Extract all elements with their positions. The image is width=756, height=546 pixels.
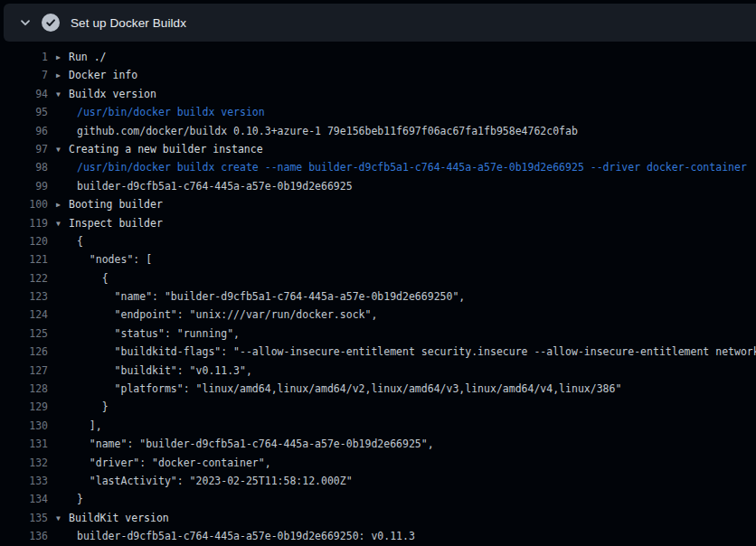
line-text: "buildkitd-flags": "--allow-insecure-ent…	[77, 343, 756, 361]
log-line: 121 "nodes": [	[0, 250, 756, 268]
log-line: 122 {	[0, 269, 756, 287]
log-line: 133 "lastActivity": "2023-02-25T11:58:12…	[0, 472, 756, 490]
line-text[interactable]: Docker info	[69, 66, 137, 84]
line-number[interactable]: 132	[0, 454, 48, 472]
line-number[interactable]: 129	[0, 398, 48, 416]
log-line: 129 }	[0, 398, 756, 416]
line-text: github.com/docker/buildx 0.10.3+azure-1 …	[77, 122, 578, 140]
group-toggle-icon[interactable]: ▼	[56, 141, 69, 159]
log-line: 135 ▼ BuildKit version	[0, 509, 756, 527]
line-text: "endpoint": "unix:///var/run/docker.sock…	[77, 306, 377, 324]
line-number[interactable]: 124	[0, 306, 48, 324]
log-line: 130 ],	[0, 417, 756, 435]
log-line: 97 ▼ Creating a new builder instance	[0, 140, 756, 158]
log-area: 1 ▶ Run ./ 7 ▶ Docker info 94 ▼ Buildx v…	[0, 42, 756, 546]
line-number[interactable]: 134	[0, 490, 48, 508]
line-text: "name": "builder-d9cfb5a1-c764-445a-a57e…	[77, 287, 465, 306]
log-line: 120 {	[0, 232, 756, 250]
line-text: }	[77, 490, 83, 508]
line-number[interactable]: 135	[0, 509, 48, 527]
line-text[interactable]: Booting builder	[69, 195, 163, 213]
log-line: 125 "status": "running",	[0, 325, 756, 343]
line-number[interactable]: 100	[0, 195, 48, 213]
log-line: 96 github.com/docker/buildx 0.10.3+azure…	[0, 122, 756, 140]
log-line: 124 "endpoint": "unix:///var/run/docker.…	[0, 306, 756, 324]
log-line: 136 builder-d9cfb5a1-c764-445a-a57e-0b19…	[0, 527, 756, 545]
line-text: "lastActivity": "2023-02-25T11:58:12.000…	[77, 472, 353, 490]
line-text: builder-d9cfb5a1-c764-445a-a57e-0b19d2e6…	[77, 527, 415, 545]
log-line: 7 ▶ Docker info	[0, 66, 756, 84]
log-line: 132 "driver": "docker-container",	[0, 454, 756, 472]
group-toggle-icon[interactable]: ▶	[56, 67, 69, 85]
line-number[interactable]: 123	[0, 287, 48, 306]
line-text: "platforms": "linux/amd64,linux/amd64/v2…	[77, 380, 621, 398]
group-toggle-icon[interactable]: ▼	[56, 510, 69, 528]
group-toggle-icon[interactable]: ▶	[56, 196, 69, 214]
line-text: {	[77, 232, 83, 250]
group-toggle-icon[interactable]: ▼	[56, 86, 69, 104]
step-title[interactable]: Set up Docker Buildx	[71, 16, 186, 30]
log-line: 99 builder-d9cfb5a1-c764-445a-a57e-0b19d…	[0, 177, 756, 195]
line-number[interactable]: 7	[0, 66, 48, 84]
line-text[interactable]: BuildKit version	[69, 509, 169, 527]
log-line: 134 }	[0, 490, 756, 508]
line-number[interactable]: 127	[0, 362, 48, 380]
log-line: 127 "buildkit": "v0.11.3",	[0, 362, 756, 380]
log-line: 98 /usr/bin/docker buildx create --name …	[0, 158, 756, 176]
log-lines: 1 ▶ Run ./ 7 ▶ Docker info 94 ▼ Buildx v…	[0, 48, 756, 546]
line-text: /usr/bin/docker buildx version	[77, 103, 265, 121]
log-line: 95 /usr/bin/docker buildx version	[0, 103, 756, 121]
line-text: "buildkit": "v0.11.3",	[77, 362, 252, 380]
line-number[interactable]: 126	[0, 343, 48, 361]
log-line: 131 "name": "builder-d9cfb5a1-c764-445a-…	[0, 435, 756, 453]
line-text[interactable]: Inspect builder	[69, 214, 163, 232]
line-number[interactable]: 131	[0, 435, 48, 453]
line-number[interactable]: 130	[0, 417, 48, 435]
line-number[interactable]: 95	[0, 103, 48, 121]
line-number[interactable]: 98	[0, 158, 48, 176]
step-header[interactable]: Set up Docker Buildx	[4, 4, 756, 42]
line-text[interactable]: Run ./	[69, 48, 107, 66]
line-number[interactable]: 97	[0, 140, 48, 158]
group-toggle-icon[interactable]: ▶	[56, 49, 69, 67]
line-text: "nodes": [	[77, 250, 152, 268]
line-text: "driver": "docker-container",	[77, 454, 271, 472]
line-text: "status": "running",	[77, 325, 240, 343]
line-number[interactable]: 136	[0, 527, 48, 545]
line-number[interactable]: 121	[0, 250, 48, 268]
line-number[interactable]: 1	[0, 48, 48, 66]
line-text: }	[77, 398, 109, 416]
line-text: {	[77, 269, 109, 287]
log-line: 128 "platforms": "linux/amd64,linux/amd6…	[0, 380, 756, 398]
line-number[interactable]: 119	[0, 214, 48, 232]
line-text: /usr/bin/docker buildx create --name bui…	[77, 158, 747, 176]
line-text: "name": "builder-d9cfb5a1-c764-445a-a57e…	[77, 435, 434, 453]
line-number[interactable]: 133	[0, 472, 48, 490]
log-line: 1 ▶ Run ./	[0, 48, 756, 66]
line-text[interactable]: Buildx version	[69, 85, 156, 103]
line-number[interactable]: 94	[0, 85, 48, 103]
check-circle-icon	[42, 14, 60, 32]
group-toggle-icon[interactable]: ▼	[56, 215, 69, 233]
chevron-down-icon[interactable]	[18, 15, 33, 30]
line-number[interactable]: 122	[0, 269, 48, 287]
line-number[interactable]: 96	[0, 122, 48, 140]
line-text[interactable]: Creating a new builder instance	[69, 140, 263, 158]
line-text: ],	[77, 417, 102, 435]
line-number[interactable]: 120	[0, 232, 48, 250]
line-number[interactable]: 128	[0, 380, 48, 398]
line-text: builder-d9cfb5a1-c764-445a-a57e-0b19d2e6…	[77, 177, 353, 195]
log-line: 100 ▶ Booting builder	[0, 195, 756, 213]
log-line: 119 ▼ Inspect builder	[0, 214, 756, 232]
line-number[interactable]: 99	[0, 177, 48, 195]
line-number[interactable]: 125	[0, 325, 48, 343]
log-line: 126 "buildkitd-flags": "--allow-insecure…	[0, 343, 756, 361]
log-line: 94 ▼ Buildx version	[0, 85, 756, 103]
log-line: 123 "name": "builder-d9cfb5a1-c764-445a-…	[0, 287, 756, 306]
